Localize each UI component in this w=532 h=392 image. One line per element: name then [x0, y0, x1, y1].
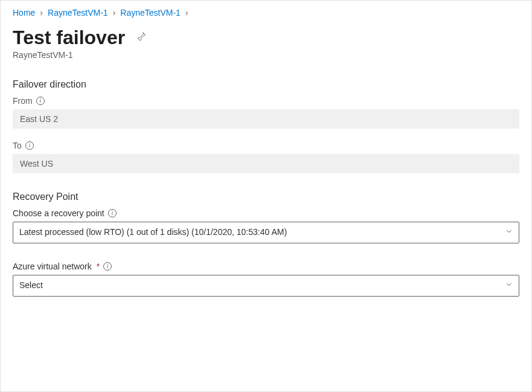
breadcrumb-item-2[interactable]: RayneTestVM-1: [120, 8, 181, 18]
failover-direction-title: Failover direction: [13, 79, 519, 90]
to-label: To i: [13, 141, 519, 150]
from-label-text: From: [13, 96, 33, 106]
title-row: Test failover: [13, 26, 519, 49]
virtual-network-label: Azure virtual network * i: [13, 262, 519, 271]
choose-recovery-label-text: Choose a recovery point: [13, 208, 104, 218]
recovery-point-select[interactable]: Latest processed (low RTO) (1 out of 1 d…: [13, 222, 519, 243]
recovery-point-title: Recovery Point: [13, 191, 519, 202]
to-label-text: To: [13, 141, 22, 150]
info-icon[interactable]: i: [108, 209, 117, 217]
breadcrumb: Home › RayneTestVM-1 › RayneTestVM-1 ›: [13, 8, 519, 18]
virtual-network-section: Azure virtual network * i Select: [13, 262, 519, 297]
page-subtitle: RayneTestVM-1: [13, 50, 519, 60]
chevron-right-icon: ›: [113, 8, 116, 18]
breadcrumb-home[interactable]: Home: [13, 8, 35, 18]
chevron-right-icon: ›: [40, 8, 43, 18]
breadcrumb-item-1[interactable]: RayneTestVM-1: [48, 8, 108, 18]
info-icon[interactable]: i: [25, 141, 34, 150]
choose-recovery-label: Choose a recovery point i: [13, 208, 519, 218]
page-title: Test failover: [13, 26, 125, 49]
recovery-point-section: Recovery Point Choose a recovery point i…: [13, 191, 519, 243]
info-icon[interactable]: i: [36, 97, 45, 105]
failover-direction-section: Failover direction From i East US 2 To i…: [13, 79, 519, 173]
chevron-right-icon: ›: [185, 8, 188, 18]
info-icon[interactable]: i: [103, 262, 112, 271]
virtual-network-select[interactable]: Select: [13, 275, 519, 297]
from-field: East US 2: [13, 109, 519, 129]
recovery-point-select-wrap: Latest processed (low RTO) (1 out of 1 d…: [13, 222, 519, 243]
pin-icon[interactable]: [136, 31, 147, 44]
virtual-network-select-wrap: Select: [13, 275, 519, 297]
virtual-network-label-text: Azure virtual network: [13, 262, 92, 271]
required-indicator: *: [97, 262, 100, 271]
from-label: From i: [13, 96, 519, 106]
to-field: West US: [13, 154, 519, 173]
